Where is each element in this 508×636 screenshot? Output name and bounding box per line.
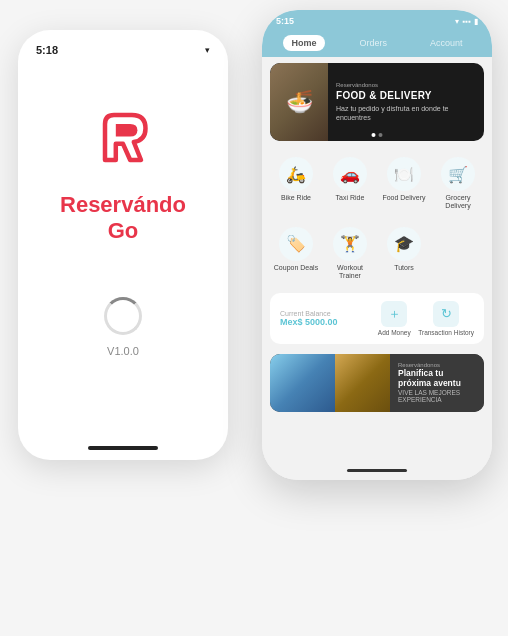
grocery-delivery-label: Grocery Delivery [434, 194, 482, 211]
service-food-delivery[interactable]: 🍽️ Food Delivery [378, 151, 430, 215]
wifi-icon: ▾ [455, 17, 459, 26]
coupon-deals-label: Coupon Deals [274, 264, 318, 272]
signal-icon: ▪▪▪ [462, 17, 471, 26]
phone-back: 5:18 ▾ ReservándoGo V1.0.0 [18, 30, 228, 460]
status-time: 5:15 [276, 16, 294, 26]
workout-trainer-icon: 🏋️ [333, 227, 367, 261]
home-bar [347, 469, 407, 472]
coupon-deals-icon: 🏷️ [279, 227, 313, 261]
taxi-ride-icon: 🚗 [333, 157, 367, 191]
tab-orders[interactable]: Orders [351, 35, 395, 51]
travel-image-1 [270, 354, 335, 412]
workout-trainer-label: Workout Trainer [326, 264, 374, 281]
back-phone-logo [87, 106, 159, 178]
taxi-ride-label: Taxi Ride [336, 194, 365, 202]
tab-home[interactable]: Home [283, 35, 324, 51]
back-phone-home-indicator [88, 446, 158, 450]
app-scene: 5:18 ▾ ReservándoGo V1.0.0 5:15 ▾ ▪▪▪ [0, 0, 508, 636]
service-coupon-deals[interactable]: 🏷️ Coupon Deals [270, 221, 322, 285]
back-phone-signal: ▾ [205, 45, 210, 55]
service-tutors[interactable]: 🎓 Tutors [378, 221, 430, 285]
service-bike-ride[interactable]: 🛵 Bike Ride [270, 151, 322, 215]
add-money-icon: ＋ [381, 301, 407, 327]
tab-account[interactable]: Account [422, 35, 471, 51]
hero-dot-2 [379, 133, 383, 137]
transaction-history-action[interactable]: ↻ Transaction History [418, 301, 474, 336]
travel-title: Planifica tu próxima aventu [398, 368, 476, 388]
travel-image-2 [335, 354, 390, 412]
travel-subtitle: VIVE LAS MEJORES EXPERIENCIA [398, 389, 476, 403]
hero-banner[interactable]: 🍜 Reservándonos FOOD & DELIVERY Haz tu p… [270, 63, 484, 141]
services-grid-row2: 🏷️ Coupon Deals 🏋️ Workout Trainer 🎓 Tut… [262, 221, 492, 285]
add-money-action[interactable]: ＋ Add Money [376, 301, 412, 336]
phone-content: 🍜 Reservándonos FOOD & DELIVERY Haz tu p… [262, 57, 492, 460]
hero-text: Reservándonos FOOD & DELIVERY Haz tu ped… [328, 63, 484, 141]
tab-bar: Home Orders Account [262, 30, 492, 57]
hero-title: FOOD & DELIVERY [336, 90, 476, 101]
travel-text: Reservándonos Planifica tu próxima avent… [390, 354, 484, 412]
tutors-icon: 🎓 [387, 227, 421, 261]
service-grocery-delivery[interactable]: 🛒 Grocery Delivery [432, 151, 484, 215]
hero-image: 🍜 [270, 63, 328, 141]
services-grid-row1: 🛵 Bike Ride 🚗 Taxi Ride 🍽️ Food Delivery… [262, 147, 492, 215]
back-phone-time: 5:18 [36, 44, 58, 56]
transaction-history-icon: ↻ [433, 301, 459, 327]
status-icons: ▾ ▪▪▪ ▮ [455, 17, 478, 26]
status-bar: 5:15 ▾ ▪▪▪ ▮ [262, 10, 492, 30]
add-money-label: Add Money [378, 329, 411, 336]
balance-card: Current Balance Mex$ 5000.00 ＋ Add Money… [270, 293, 484, 344]
hero-dots [372, 133, 383, 137]
grocery-delivery-icon: 🛒 [441, 157, 475, 191]
balance-label: Current Balance [280, 310, 370, 317]
balance-amount: Mex$ 5000.00 [280, 317, 370, 327]
service-workout-trainer[interactable]: 🏋️ Workout Trainer [324, 221, 376, 285]
back-phone-loader [104, 297, 142, 335]
home-indicator [262, 460, 492, 480]
service-placeholder [432, 221, 484, 285]
hero-badge: Reservándonos [336, 82, 476, 88]
back-phone-brand: ReservándoGo [60, 192, 186, 245]
phone-front: 5:15 ▾ ▪▪▪ ▮ Home Orders Account [262, 10, 492, 480]
back-phone-version: V1.0.0 [107, 345, 139, 357]
transaction-history-label: Transaction History [418, 329, 474, 336]
hero-subtitle: Haz tu pedido y disfruta en donde te enc… [336, 104, 476, 122]
food-delivery-icon: 🍽️ [387, 157, 421, 191]
balance-info: Current Balance Mex$ 5000.00 [280, 310, 370, 327]
service-taxi-ride[interactable]: 🚗 Taxi Ride [324, 151, 376, 215]
tutors-label: Tutors [394, 264, 414, 272]
bike-ride-icon: 🛵 [279, 157, 313, 191]
hero-dot-1 [372, 133, 376, 137]
travel-banner[interactable]: Reservándonos Planifica tu próxima avent… [270, 354, 484, 412]
bike-ride-label: Bike Ride [281, 194, 311, 202]
food-delivery-label: Food Delivery [382, 194, 425, 202]
battery-icon: ▮ [474, 17, 478, 26]
